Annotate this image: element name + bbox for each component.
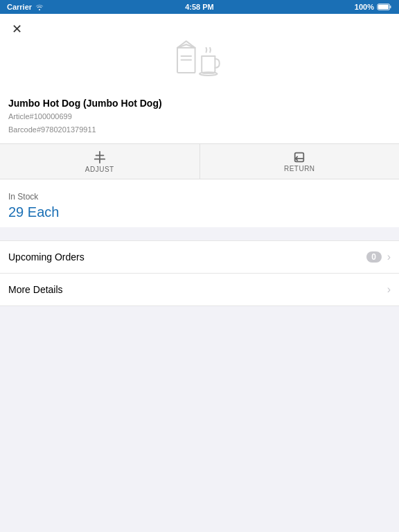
status-bar: Carrier 4:58 PM 100% <box>0 0 399 14</box>
in-stock-section: In Stock 29 Each <box>0 185 399 227</box>
in-stock-header: In Stock <box>0 185 399 204</box>
product-icon <box>172 35 227 83</box>
more-details-chevron: › <box>387 283 391 296</box>
upcoming-orders-row[interactable]: Upcoming Orders 0 › <box>0 240 399 274</box>
status-bar-right: 100% <box>355 3 392 11</box>
carrier-label: Carrier <box>7 3 32 11</box>
battery-icon <box>377 3 392 10</box>
in-stock-value: 29 Each <box>0 204 399 227</box>
action-tabs: ADJUST RETURN <box>0 143 399 179</box>
battery-label: 100% <box>355 3 374 11</box>
svg-rect-1 <box>390 6 391 8</box>
product-name: Jumbo Hot Dog (Jumbo Hot Dog) <box>8 97 391 109</box>
product-barcode: Barcode#9780201379911 <box>8 124 391 136</box>
more-details-row[interactable]: More Details › <box>0 274 399 306</box>
tab-return[interactable]: RETURN <box>200 144 400 179</box>
svg-rect-2 <box>378 5 389 9</box>
status-bar-time: 4:58 PM <box>185 3 214 11</box>
tab-return-label: RETURN <box>284 165 315 172</box>
wifi-icon <box>35 3 44 10</box>
tab-adjust[interactable]: ADJUST <box>0 144 200 179</box>
article-number: 100000699 <box>34 112 72 121</box>
product-image-area <box>0 14 399 97</box>
article-label: Article# <box>8 112 34 121</box>
return-icon <box>293 151 305 163</box>
adjust-icon <box>94 150 106 164</box>
product-article: Article#100000699 <box>8 111 391 123</box>
barcode-label: Barcode# <box>8 125 41 134</box>
tab-adjust-label: ADJUST <box>85 166 114 173</box>
upcoming-orders-badge: 0 <box>366 251 382 263</box>
upcoming-orders-label: Upcoming Orders <box>8 251 85 263</box>
close-button[interactable]: ✕ <box>8 21 25 37</box>
upcoming-orders-right: 0 › <box>366 251 391 263</box>
upcoming-orders-chevron: › <box>387 251 391 263</box>
more-details-label: More Details <box>8 284 63 295</box>
barcode-number: 9780201379911 <box>41 125 96 134</box>
status-bar-left: Carrier <box>7 3 44 11</box>
main-content: ✕ Jumbo Hot Dog (Jumbo Hot Dog) Article#… <box>0 14 399 227</box>
product-info: Jumbo Hot Dog (Jumbo Hot Dog) Article#10… <box>0 97 399 143</box>
